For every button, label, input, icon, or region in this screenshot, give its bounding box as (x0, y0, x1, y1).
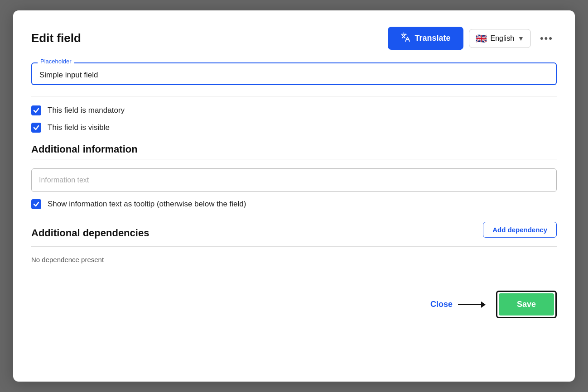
modal-header: Edit field Translate 🇬🇧 English ▼ ••• (31, 27, 557, 50)
arrow-indicator (458, 304, 485, 305)
tooltip-checkbox-row: Show information text as tooltip (otherw… (31, 199, 557, 209)
divider-3 (31, 246, 557, 247)
translate-label: Translate (415, 33, 451, 43)
visible-checkbox-row: This field is visible (31, 123, 557, 133)
more-options-button[interactable]: ••• (536, 31, 557, 46)
mandatory-checkbox[interactable] (31, 105, 41, 115)
dependencies-title: Additional dependencies (31, 227, 149, 239)
close-button[interactable]: Close (430, 300, 453, 309)
visible-label[interactable]: This field is visible (48, 123, 110, 132)
placeholder-group: Placeholder (31, 62, 557, 85)
translate-button[interactable]: Translate (388, 27, 463, 50)
visible-checkbox[interactable] (31, 123, 41, 133)
tooltip-label[interactable]: Show information text as tooltip (otherw… (48, 200, 246, 209)
add-dependency-button[interactable]: Add dependency (483, 222, 557, 238)
modal-footer: Close Save (31, 291, 557, 318)
save-button[interactable]: Save (499, 293, 554, 316)
divider-1 (31, 96, 557, 96)
language-selector[interactable]: 🇬🇧 English ▼ (469, 29, 531, 48)
information-text-input[interactable] (39, 176, 549, 184)
additional-info-title: Additional information (31, 143, 557, 155)
header-actions: Translate 🇬🇧 English ▼ ••• (388, 27, 557, 50)
dependencies-header: Additional dependencies Add dependency (31, 216, 557, 243)
info-input-wrapper (31, 168, 557, 192)
no-dependence-text: No dependence present (31, 256, 557, 263)
tooltip-checkbox[interactable] (31, 199, 41, 209)
modal-title: Edit field (31, 31, 81, 45)
save-button-wrapper: Save (496, 291, 557, 318)
translate-icon (400, 32, 410, 44)
mandatory-checkbox-row: This field is mandatory (31, 105, 557, 115)
mandatory-label[interactable]: This field is mandatory (48, 106, 125, 115)
language-label: English (491, 34, 514, 43)
placeholder-input[interactable] (39, 71, 549, 80)
edit-field-modal: Edit field Translate 🇬🇧 English ▼ ••• Pl… (13, 10, 575, 382)
divider-2 (31, 159, 557, 159)
placeholder-label: Placeholder (38, 58, 74, 65)
close-arrow-group: Close (430, 300, 485, 309)
chevron-down-icon: ▼ (518, 35, 524, 42)
flag-icon: 🇬🇧 (476, 33, 487, 44)
